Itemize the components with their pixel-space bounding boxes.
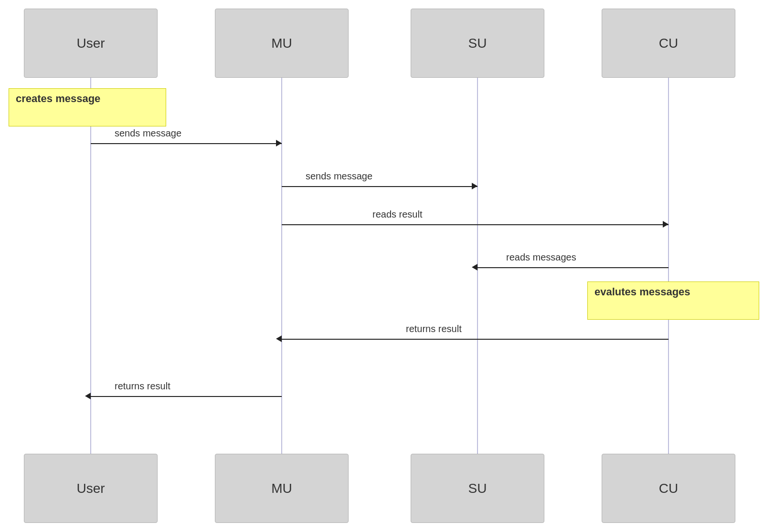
arrow-label-returns-result-mu-user: returns result bbox=[115, 381, 170, 392]
arrow-label-returns-result-cu-mu: returns result bbox=[406, 323, 462, 334]
actor-mu-bottom-label: MU bbox=[271, 481, 292, 496]
actor-user-top: User bbox=[24, 9, 158, 78]
actor-cu-bottom-label: CU bbox=[659, 481, 678, 496]
evaluates-messages-annotation: evalutes messages bbox=[587, 282, 759, 320]
arrow-label-mu-to-su: sends message bbox=[306, 171, 372, 182]
actor-cu-top-label: CU bbox=[659, 36, 678, 51]
arrow-label-reads-result: reads result bbox=[372, 209, 423, 220]
evaluates-messages-label: evalutes messages bbox=[594, 286, 690, 298]
actor-mu-top: MU bbox=[215, 9, 349, 78]
arrow-cu-to-mu bbox=[282, 339, 668, 340]
lifeline-cu bbox=[668, 78, 669, 454]
arrowhead-mu-to-user bbox=[85, 393, 91, 399]
arrow-label-reads-messages: reads messages bbox=[506, 252, 576, 263]
actor-su-top: SU bbox=[411, 9, 544, 78]
sequence-diagram: User MU SU CU User MU SU CU creates mess… bbox=[0, 0, 764, 532]
arrowhead-mu-to-su bbox=[472, 183, 478, 189]
arrow-mu-to-user bbox=[91, 396, 282, 397]
creates-message-label: creates message bbox=[16, 93, 100, 104]
creates-message-annotation: creates message bbox=[9, 88, 166, 126]
arrow-user-to-mu bbox=[91, 143, 282, 144]
actor-su-top-label: SU bbox=[468, 36, 487, 51]
arrow-cu-to-su bbox=[478, 267, 668, 268]
arrowhead-user-to-mu bbox=[276, 140, 282, 146]
lifeline-mu bbox=[281, 78, 282, 454]
actor-user-top-label: User bbox=[76, 36, 105, 51]
arrowhead-cu-to-su bbox=[472, 264, 478, 271]
actor-mu-top-label: MU bbox=[271, 36, 292, 51]
actor-su-bottom: SU bbox=[411, 454, 544, 523]
arrow-label-user-to-mu: sends message bbox=[115, 128, 181, 139]
actor-cu-bottom: CU bbox=[602, 454, 735, 523]
arrow-mu-to-cu bbox=[282, 224, 668, 225]
actor-user-bottom-label: User bbox=[76, 481, 105, 496]
arrow-mu-to-su bbox=[282, 186, 478, 187]
actor-su-bottom-label: SU bbox=[468, 481, 487, 496]
arrowhead-cu-to-mu bbox=[276, 335, 282, 342]
actor-mu-bottom: MU bbox=[215, 454, 349, 523]
actor-user-bottom: User bbox=[24, 454, 158, 523]
actor-cu-top: CU bbox=[602, 9, 735, 78]
arrowhead-mu-to-cu bbox=[663, 221, 668, 228]
